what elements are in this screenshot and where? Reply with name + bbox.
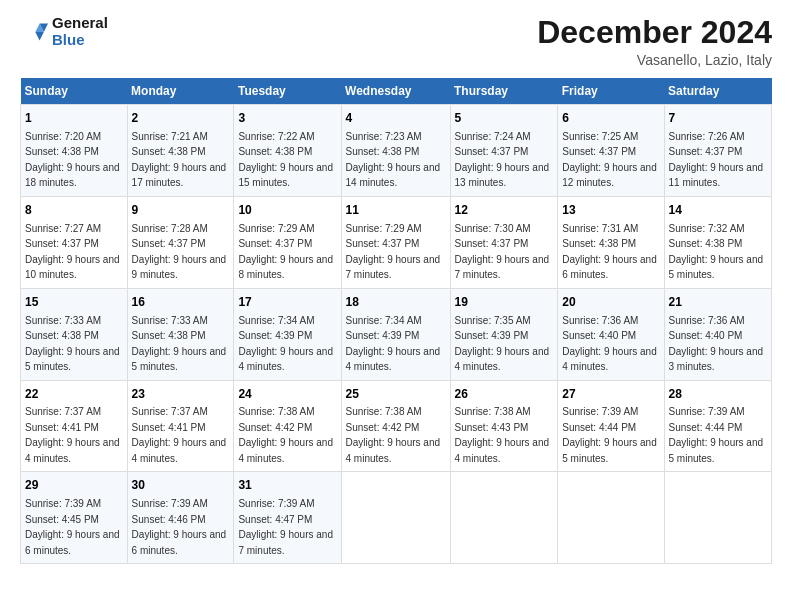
day-info: Sunrise: 7:38 AMSunset: 4:42 PMDaylight:…	[346, 406, 441, 464]
calendar-cell: 6Sunrise: 7:25 AMSunset: 4:37 PMDaylight…	[558, 105, 664, 197]
day-info: Sunrise: 7:34 AMSunset: 4:39 PMDaylight:…	[346, 315, 441, 373]
day-info: Sunrise: 7:30 AMSunset: 4:37 PMDaylight:…	[455, 223, 550, 281]
calendar-cell: 11Sunrise: 7:29 AMSunset: 4:37 PMDayligh…	[341, 196, 450, 288]
calendar-cell: 16Sunrise: 7:33 AMSunset: 4:38 PMDayligh…	[127, 288, 234, 380]
day-info: Sunrise: 7:26 AMSunset: 4:37 PMDaylight:…	[669, 131, 764, 189]
weekday-header: Tuesday	[234, 78, 341, 105]
day-info: Sunrise: 7:36 AMSunset: 4:40 PMDaylight:…	[669, 315, 764, 373]
day-number: 21	[669, 294, 768, 311]
calendar-cell: 13Sunrise: 7:31 AMSunset: 4:38 PMDayligh…	[558, 196, 664, 288]
calendar-cell: 9Sunrise: 7:28 AMSunset: 4:37 PMDaylight…	[127, 196, 234, 288]
day-number: 20	[562, 294, 659, 311]
day-info: Sunrise: 7:31 AMSunset: 4:38 PMDaylight:…	[562, 223, 657, 281]
day-info: Sunrise: 7:23 AMSunset: 4:38 PMDaylight:…	[346, 131, 441, 189]
weekday-header: Wednesday	[341, 78, 450, 105]
calendar-cell: 1Sunrise: 7:20 AMSunset: 4:38 PMDaylight…	[21, 105, 128, 197]
day-number: 24	[238, 386, 336, 403]
calendar-cell: 2Sunrise: 7:21 AMSunset: 4:38 PMDaylight…	[127, 105, 234, 197]
day-info: Sunrise: 7:24 AMSunset: 4:37 PMDaylight:…	[455, 131, 550, 189]
calendar-cell: 10Sunrise: 7:29 AMSunset: 4:37 PMDayligh…	[234, 196, 341, 288]
day-number: 25	[346, 386, 446, 403]
day-number: 7	[669, 110, 768, 127]
day-number: 19	[455, 294, 554, 311]
header: General Blue December 2024 Vasanello, La…	[20, 15, 772, 68]
calendar-cell: 21Sunrise: 7:36 AMSunset: 4:40 PMDayligh…	[664, 288, 772, 380]
day-info: Sunrise: 7:25 AMSunset: 4:37 PMDaylight:…	[562, 131, 657, 189]
calendar-header-row: SundayMondayTuesdayWednesdayThursdayFrid…	[21, 78, 772, 105]
weekday-header: Monday	[127, 78, 234, 105]
calendar-week-row: 22Sunrise: 7:37 AMSunset: 4:41 PMDayligh…	[21, 380, 772, 472]
day-info: Sunrise: 7:39 AMSunset: 4:47 PMDaylight:…	[238, 498, 333, 556]
calendar-week-row: 15Sunrise: 7:33 AMSunset: 4:38 PMDayligh…	[21, 288, 772, 380]
day-info: Sunrise: 7:35 AMSunset: 4:39 PMDaylight:…	[455, 315, 550, 373]
weekday-header: Thursday	[450, 78, 558, 105]
calendar-cell: 8Sunrise: 7:27 AMSunset: 4:37 PMDaylight…	[21, 196, 128, 288]
day-number: 28	[669, 386, 768, 403]
day-info: Sunrise: 7:39 AMSunset: 4:44 PMDaylight:…	[562, 406, 657, 464]
day-info: Sunrise: 7:29 AMSunset: 4:37 PMDaylight:…	[346, 223, 441, 281]
day-info: Sunrise: 7:27 AMSunset: 4:37 PMDaylight:…	[25, 223, 120, 281]
calendar-cell: 14Sunrise: 7:32 AMSunset: 4:38 PMDayligh…	[664, 196, 772, 288]
day-info: Sunrise: 7:20 AMSunset: 4:38 PMDaylight:…	[25, 131, 120, 189]
day-number: 10	[238, 202, 336, 219]
day-number: 27	[562, 386, 659, 403]
day-number: 1	[25, 110, 123, 127]
calendar-cell: 4Sunrise: 7:23 AMSunset: 4:38 PMDaylight…	[341, 105, 450, 197]
calendar-cell	[664, 472, 772, 564]
calendar-cell	[341, 472, 450, 564]
page: General Blue December 2024 Vasanello, La…	[0, 0, 792, 612]
day-info: Sunrise: 7:21 AMSunset: 4:38 PMDaylight:…	[132, 131, 227, 189]
calendar-cell	[450, 472, 558, 564]
day-info: Sunrise: 7:38 AMSunset: 4:43 PMDaylight:…	[455, 406, 550, 464]
day-number: 31	[238, 477, 336, 494]
calendar-cell: 3Sunrise: 7:22 AMSunset: 4:38 PMDaylight…	[234, 105, 341, 197]
calendar-cell: 18Sunrise: 7:34 AMSunset: 4:39 PMDayligh…	[341, 288, 450, 380]
calendar-body: 1Sunrise: 7:20 AMSunset: 4:38 PMDaylight…	[21, 105, 772, 564]
day-number: 5	[455, 110, 554, 127]
calendar-cell: 19Sunrise: 7:35 AMSunset: 4:39 PMDayligh…	[450, 288, 558, 380]
day-info: Sunrise: 7:28 AMSunset: 4:37 PMDaylight:…	[132, 223, 227, 281]
day-info: Sunrise: 7:33 AMSunset: 4:38 PMDaylight:…	[132, 315, 227, 373]
location: Vasanello, Lazio, Italy	[537, 52, 772, 68]
day-info: Sunrise: 7:32 AMSunset: 4:38 PMDaylight:…	[669, 223, 764, 281]
day-info: Sunrise: 7:22 AMSunset: 4:38 PMDaylight:…	[238, 131, 333, 189]
day-info: Sunrise: 7:37 AMSunset: 4:41 PMDaylight:…	[25, 406, 120, 464]
day-number: 3	[238, 110, 336, 127]
calendar-table: SundayMondayTuesdayWednesdayThursdayFrid…	[20, 78, 772, 564]
weekday-header: Saturday	[664, 78, 772, 105]
day-number: 18	[346, 294, 446, 311]
day-number: 30	[132, 477, 230, 494]
calendar-cell: 20Sunrise: 7:36 AMSunset: 4:40 PMDayligh…	[558, 288, 664, 380]
day-info: Sunrise: 7:33 AMSunset: 4:38 PMDaylight:…	[25, 315, 120, 373]
calendar-cell: 31Sunrise: 7:39 AMSunset: 4:47 PMDayligh…	[234, 472, 341, 564]
calendar-cell: 25Sunrise: 7:38 AMSunset: 4:42 PMDayligh…	[341, 380, 450, 472]
logo-icon	[20, 18, 48, 46]
day-number: 11	[346, 202, 446, 219]
day-number: 15	[25, 294, 123, 311]
calendar-cell: 5Sunrise: 7:24 AMSunset: 4:37 PMDaylight…	[450, 105, 558, 197]
calendar-cell: 15Sunrise: 7:33 AMSunset: 4:38 PMDayligh…	[21, 288, 128, 380]
day-info: Sunrise: 7:34 AMSunset: 4:39 PMDaylight:…	[238, 315, 333, 373]
calendar-cell: 27Sunrise: 7:39 AMSunset: 4:44 PMDayligh…	[558, 380, 664, 472]
month-title: December 2024	[537, 15, 772, 50]
calendar-cell: 24Sunrise: 7:38 AMSunset: 4:42 PMDayligh…	[234, 380, 341, 472]
day-info: Sunrise: 7:37 AMSunset: 4:41 PMDaylight:…	[132, 406, 227, 464]
calendar-cell: 22Sunrise: 7:37 AMSunset: 4:41 PMDayligh…	[21, 380, 128, 472]
day-info: Sunrise: 7:36 AMSunset: 4:40 PMDaylight:…	[562, 315, 657, 373]
day-number: 9	[132, 202, 230, 219]
calendar-cell: 28Sunrise: 7:39 AMSunset: 4:44 PMDayligh…	[664, 380, 772, 472]
title-block: December 2024 Vasanello, Lazio, Italy	[537, 15, 772, 68]
calendar-cell: 29Sunrise: 7:39 AMSunset: 4:45 PMDayligh…	[21, 472, 128, 564]
calendar-cell: 23Sunrise: 7:37 AMSunset: 4:41 PMDayligh…	[127, 380, 234, 472]
calendar-cell: 17Sunrise: 7:34 AMSunset: 4:39 PMDayligh…	[234, 288, 341, 380]
day-number: 14	[669, 202, 768, 219]
day-number: 17	[238, 294, 336, 311]
day-number: 6	[562, 110, 659, 127]
day-info: Sunrise: 7:39 AMSunset: 4:44 PMDaylight:…	[669, 406, 764, 464]
day-number: 23	[132, 386, 230, 403]
weekday-header: Friday	[558, 78, 664, 105]
calendar-week-row: 29Sunrise: 7:39 AMSunset: 4:45 PMDayligh…	[21, 472, 772, 564]
day-info: Sunrise: 7:29 AMSunset: 4:37 PMDaylight:…	[238, 223, 333, 281]
day-number: 22	[25, 386, 123, 403]
calendar-week-row: 1Sunrise: 7:20 AMSunset: 4:38 PMDaylight…	[21, 105, 772, 197]
